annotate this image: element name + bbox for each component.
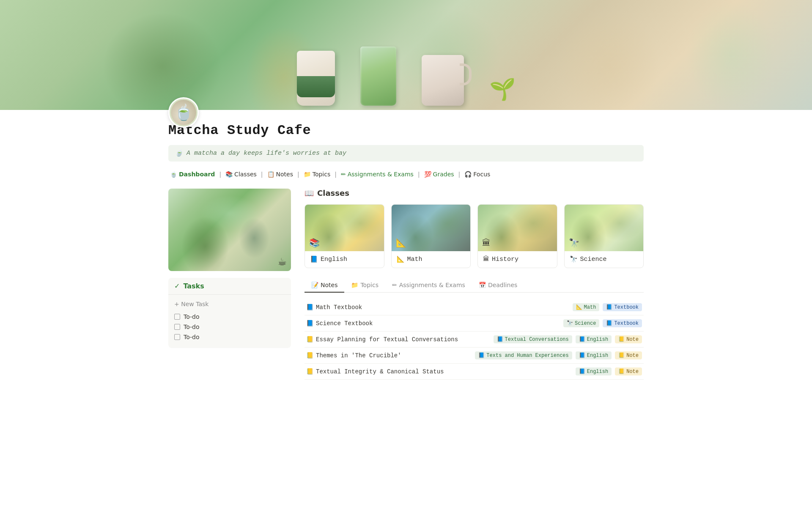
quote-emoji: 🍵 (175, 149, 183, 157)
hero-decorations: 🌱 (0, 0, 812, 110)
tab-deadlines-emoji: 📅 (479, 282, 486, 288)
note-type-tag-2: 📘 Textbook (603, 319, 642, 327)
history-name: History (492, 256, 518, 263)
nav-notes-label: Notes (276, 171, 293, 178)
note-row-crucible[interactable]: 📒 Themes in 'The Crucible' 📘 Texts and H… (304, 348, 644, 364)
tab-assignments[interactable]: ✏️ Assignments & Exams (385, 278, 472, 293)
nav-sep-3: | (297, 171, 299, 178)
task-checkbox-3[interactable] (174, 334, 180, 340)
note-subject-tag-2: 🔭 Science (563, 319, 599, 327)
tab-notes[interactable]: 📝 Notes (304, 278, 344, 293)
nav-sep-5: | (418, 171, 420, 178)
dashboard-emoji: 🍵 (170, 171, 177, 178)
note-title-crucible: 📒 Themes in 'The Crucible' (306, 352, 475, 359)
task-item-1: To-do (174, 313, 285, 320)
class-label-english: 📘 English (305, 251, 384, 268)
grades-emoji: 💯 (424, 171, 431, 178)
nav-focus[interactable]: 🎧 Focus (463, 170, 492, 178)
note-emoji-3: 📒 (306, 336, 313, 343)
cup-mug (422, 55, 464, 106)
tab-assignments-emoji: ✏️ (392, 282, 397, 288)
avatar-area: 🍵 (168, 110, 644, 114)
tab-topics-label: Topics (360, 282, 379, 288)
note-tags-2: 🔭 Science 📘 Textbook (563, 319, 642, 327)
note-topic-tag-4: 📘 Texts and Human Experiences (475, 351, 572, 359)
avatar: 🍵 (168, 97, 199, 128)
note-type-tag-4: 📒 Note (615, 351, 642, 359)
nav-dashboard-label: Dashboard (179, 171, 215, 178)
class-card-science[interactable]: 🔭 🔭 Science (564, 204, 644, 268)
tasks-header: ✓ Tasks (168, 278, 291, 295)
note-tags-1: 📐 Math 📘 Textbook (573, 303, 642, 311)
class-label-history: 🏛 History (478, 251, 557, 267)
nav-notes[interactable]: 📋 Notes (266, 170, 295, 178)
note-row-math-textbook[interactable]: 📘 Math Textbook 📐 Math 📘 Textbook (304, 299, 644, 315)
study-image: ☕ (168, 189, 291, 271)
new-task-button[interactable]: + New Task (174, 299, 285, 309)
note-type-tag-5: 📒 Note (615, 367, 642, 375)
tab-topics[interactable]: 📁 Topics (344, 278, 385, 293)
nav-topics[interactable]: 📁 Topics (302, 170, 332, 178)
english-name: English (321, 256, 347, 263)
class-label-science: 🔭 Science (565, 251, 644, 268)
tab-topics-emoji: 📁 (351, 282, 358, 288)
hero-banner: 🌱 (0, 0, 812, 110)
nav-sep-4: | (335, 171, 337, 178)
task-checkbox-2[interactable] (174, 324, 180, 330)
textbook-tag-emoji-1: 📘 (606, 304, 612, 310)
class-thumb-science: 🔭 (565, 205, 644, 251)
class-card-history[interactable]: 🏛 🏛 History (477, 204, 557, 268)
task-item-3: To-do (174, 334, 285, 340)
note-title-essay-planning: 📒 Essay Planning for Textual Conversatio… (306, 336, 494, 343)
nav-assignments[interactable]: ✏️ Assignments & Exams (339, 170, 415, 178)
note-subject-tag-3: 📘 English (576, 335, 612, 343)
integrity-subject-emoji: 📘 (579, 368, 585, 375)
note-title-science-textbook: 📘 Science Textbook (306, 320, 563, 327)
note-subject-tag-5: 📘 English (576, 367, 612, 375)
note-emoji-2: 📘 (306, 320, 313, 327)
note-title-math-textbook: 📘 Math Textbook (306, 304, 573, 311)
task-label-1: To-do (184, 313, 200, 320)
english-emoji: 📘 (310, 255, 318, 263)
nav-sep-2: | (261, 171, 263, 178)
class-card-math[interactable]: 📐 📐 Math (391, 204, 471, 268)
nav-grades[interactable]: 💯 Grades (422, 170, 456, 178)
two-col-layout: ☕ ✓ Tasks + New Task To-do To-do (168, 189, 644, 380)
task-checkbox-1[interactable] (174, 314, 180, 320)
note-row-essay-planning[interactable]: 📒 Essay Planning for Textual Conversatio… (304, 332, 644, 348)
note-row-science-textbook[interactable]: 📘 Science Textbook 🔭 Science 📘 Textbook (304, 315, 644, 332)
quote-text: A matcha a day keeps life's worries at b… (187, 150, 346, 157)
science-emoji: 🔭 (570, 255, 578, 263)
note-tags-4: 📘 Texts and Human Experiences 📘 English … (475, 351, 642, 359)
nav-sep-1: | (219, 171, 221, 178)
notes-tab-bar: 📝 Notes 📁 Topics ✏️ Assignments & Exams … (304, 278, 644, 293)
plant-decoration: 🌱 (489, 77, 516, 106)
topics-emoji: 📁 (304, 171, 311, 178)
math-emoji: 📐 (397, 255, 405, 263)
note-tag-emoji-5: 📒 (618, 368, 625, 375)
notes-emoji: 📋 (267, 171, 274, 178)
essay-subject-emoji: 📘 (579, 336, 585, 343)
crucible-topic-emoji: 📘 (478, 352, 485, 359)
nav-classes[interactable]: 📚 Classes (224, 170, 258, 178)
textbook-tag-emoji-2: 📘 (606, 320, 612, 326)
nav-sep-6: | (458, 171, 461, 178)
math-thumb-icon: 📐 (396, 238, 406, 248)
nav-bar: 🍵 Dashboard | 📚 Classes | 📋 Notes | 📁 To… (168, 170, 644, 178)
class-card-english[interactable]: 📚 📘 English (304, 204, 384, 268)
right-column: 📖 Classes 📚 📘 English 📐 (304, 189, 644, 380)
history-thumb-icon: 🏛 (482, 238, 491, 248)
note-title-textual-integrity: 📒 Textual Integrity & Canonical Status (306, 368, 576, 375)
essay-topic-emoji: 📘 (497, 336, 503, 343)
nav-dashboard[interactable]: 🍵 Dashboard (168, 170, 217, 178)
focus-emoji: 🎧 (464, 171, 472, 178)
note-topic-tag-3: 📘 Textual Conversations (494, 335, 572, 343)
left-column: ☕ ✓ Tasks + New Task To-do To-do (168, 189, 291, 348)
note-subject-tag-4: 📘 English (576, 351, 612, 359)
nav-topics-label: Topics (313, 171, 331, 178)
note-emoji-1: 📘 (306, 304, 313, 311)
tab-deadlines[interactable]: 📅 Deadlines (472, 278, 524, 293)
note-row-textual-integrity[interactable]: 📒 Textual Integrity & Canonical Status 📘… (304, 364, 644, 380)
nav-grades-label: Grades (433, 171, 454, 178)
checkmark-icon: ✓ (174, 282, 180, 290)
